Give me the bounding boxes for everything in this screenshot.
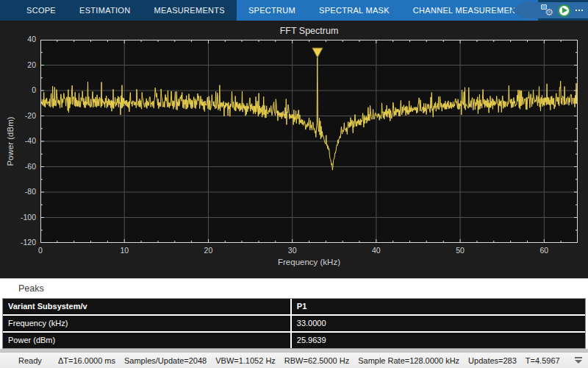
status-delta-t: ΔT=16.0000 ms [58,356,115,365]
fft-figure: FFT Spectrum Power (dBm) Frequency (kHz)… [0,21,588,278]
frequency-row-value: 33.0000 [292,316,585,331]
y-tick-label: 0 [0,85,36,94]
frequency-row-label: Frequency (kHz) [3,316,292,331]
tab-scope[interactable]: SCOPE [15,0,68,21]
y-tick-label: -60 [0,162,36,171]
status-metrics: ΔT=16.0000 ms Samples/Update=2048 VBW=1.… [58,356,560,365]
table-row: Power (dBm) 25.9639 [3,333,585,348]
peaks-panel: Peaks Variant Subsystem/v P1 Frequency (… [0,278,588,352]
play-icon [562,7,567,13]
status-rbw: RBW=62.5000 Hz [284,356,349,365]
power-row-value: 25.9639 [292,333,585,348]
status-samples-per-update: Samples/Update=2048 [124,356,207,365]
status-bar: Ready ΔT=16.0000 ms Samples/Update=2048 … [0,352,588,368]
tab-spectrum[interactable]: SPECTRUM [237,0,307,21]
peaks-table-source-header: Variant Subsystem/v [3,299,292,314]
x-tick-label: 20 [193,246,223,255]
ribbon-tabs: SCOPE ESTIMATION MEASUREMENTS SPECTRUM S… [15,0,538,21]
plot-title: FFT Spectrum [40,26,578,36]
x-tick-label: 30 [278,246,307,255]
ribbon-toolbar: SCOPE ESTIMATION MEASUREMENTS SPECTRUM S… [0,0,588,21]
power-row-label: Power (dBm) [3,333,292,348]
x-axis-label: Frequency (kHz) [40,258,578,266]
y-tick-label: 20 [0,60,36,69]
spectrum-plot [40,40,578,243]
status-sample-rate: Sample Rate=128.0000 kHz [358,356,459,365]
tab-spectral-mask[interactable]: SPECTRAL MASK [307,0,401,21]
run-button[interactable] [558,4,570,17]
x-tick-label: 60 [529,246,559,255]
status-state: Ready [18,356,52,365]
table-row: Frequency (kHz) 33.0000 [3,316,585,331]
more-options-icon[interactable] [576,10,583,11]
peaks-table: Variant Subsystem/v P1 Frequency (kHz) 3… [2,298,586,349]
x-tick-label: 10 [110,246,139,255]
tab-estimation[interactable]: ESTIMATION [68,0,142,21]
x-tick-label: 50 [445,246,475,255]
tab-measurements[interactable]: MEASUREMENTS [142,0,237,21]
x-tick-label: 0 [26,246,55,255]
statusbar-collapse-icon[interactable] [575,357,582,364]
status-vbw: VBW=1.1052 Hz [215,356,276,365]
peaks-panel-title: Peaks [18,283,44,294]
x-tick-label: 40 [362,246,391,255]
peaks-table-p1-header: P1 [292,299,585,314]
y-tick-label: -100 [0,213,36,222]
spectrum-analyzer-window: SCOPE ESTIMATION MEASUREMENTS SPECTRUM S… [0,0,588,368]
status-time: T=4.5967 [526,356,560,365]
y-tick-label: -40 [0,136,36,145]
peaks-table-header-row: Variant Subsystem/v P1 [3,299,585,314]
y-tick-label: -80 [0,187,36,196]
y-tick-label: 40 [0,35,36,43]
status-updates: Updates=283 [468,356,517,365]
quick-actions-banner: ⚙ [512,2,588,18]
settings-gear-icon[interactable]: ⚙ [541,4,553,16]
y-tick-label: -20 [0,111,36,120]
